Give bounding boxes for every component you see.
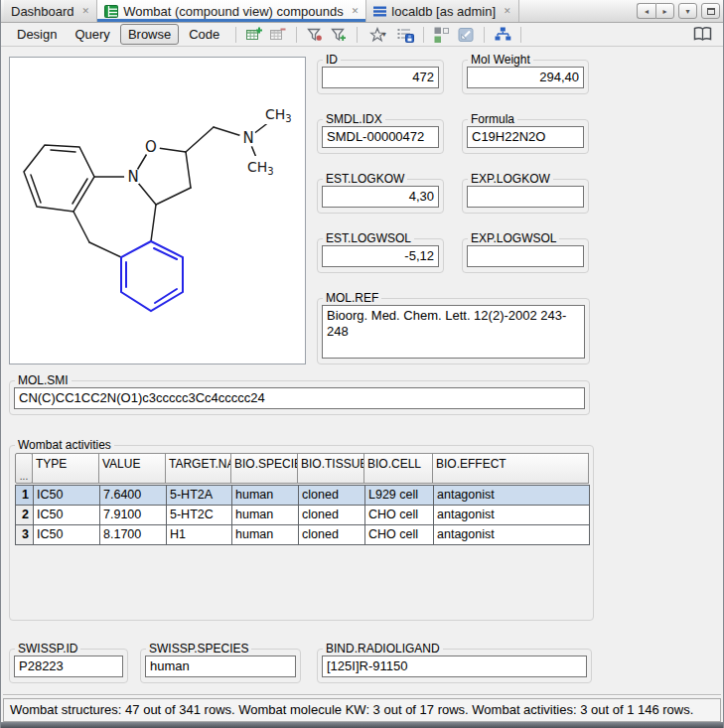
tab-list-dropdown-button[interactable]: ▾ (678, 3, 697, 19)
bind-radioligand-input[interactable]: [125I]R-91150 (322, 655, 587, 677)
scroll-tabs-right-button[interactable]: ▸ (655, 3, 674, 19)
table-cell[interactable]: 5-HT2C (167, 506, 232, 525)
code-view-button[interactable]: Code (181, 24, 227, 45)
row-header[interactable]: 3 (16, 525, 34, 545)
swissp-id-field: SWISSP.ID P28223 (9, 642, 128, 683)
table-cell[interactable]: 8.1700 (100, 525, 167, 545)
activities-table-header: ... TYPE VALUE TARGET.NAME BIO.SPECIES B… (15, 453, 589, 484)
exp-logwsol-field-label: EXP.LOGWSOL (468, 231, 559, 245)
mol-weight-field: Mol Weight 294,40 (462, 53, 589, 94)
activities-table: ... TYPE VALUE TARGET.NAME BIO.SPECIES B… (15, 453, 589, 545)
exp-logkow-field: EXP.LOGKOW (462, 172, 589, 214)
table-cell[interactable]: 7.6400 (100, 486, 167, 506)
activities-table-body: 1 IC50 7.6400 5-HT2A human cloned L929 c… (15, 485, 590, 545)
toolbar-separator (357, 27, 358, 43)
column-chooser-button[interactable]: ... (15, 453, 33, 484)
table-cell[interactable]: H1 (167, 525, 232, 545)
query-view-button[interactable]: Query (67, 24, 117, 45)
table-cell[interactable]: CHO cell (365, 525, 434, 545)
schema-button[interactable] (492, 25, 513, 45)
ring-oxygen-label: O (145, 138, 157, 156)
grid-remove-button[interactable] (267, 25, 289, 45)
table-cell[interactable]: IC50 (34, 525, 100, 545)
column-header[interactable]: VALUE (98, 453, 166, 484)
table-cell[interactable]: human (232, 525, 299, 545)
table-cell[interactable]: human (232, 506, 299, 525)
mol-ref-input[interactable]: Bioorg. Med. Chem. Lett. 12(2)-2002 243-… (322, 305, 585, 359)
table-cell[interactable]: CHO cell (365, 506, 434, 525)
window-bottom-edge (1, 722, 723, 728)
app-window: Dashboard ✕ Wombat (compound view) compo… (0, 0, 724, 728)
column-header[interactable]: BIO.TISSUESOU (297, 453, 364, 484)
tab-dashboard[interactable]: Dashboard ✕ (4, 0, 97, 22)
close-icon[interactable]: ✕ (82, 7, 90, 16)
grid-add-button[interactable] (243, 25, 265, 45)
import-button[interactable] (455, 25, 477, 45)
filter-button[interactable] (304, 25, 326, 45)
filter-dot-icon (306, 26, 324, 44)
table-cell[interactable]: cloned (299, 525, 365, 545)
reference-guide-button[interactable] (691, 25, 713, 45)
table-cell[interactable]: cloned (299, 506, 365, 525)
column-header[interactable]: TYPE (32, 453, 99, 484)
table-cell[interactable]: antagonist (434, 506, 590, 525)
row-header[interactable]: 1 (16, 486, 34, 506)
est-logwsol-input[interactable]: -5,12 (322, 245, 439, 267)
structure-panel[interactable]: N O N CH3 CH3 (9, 57, 306, 364)
table-cell[interactable]: 7.9100 (100, 506, 167, 525)
table-cell[interactable]: cloned (299, 486, 365, 506)
status-divider (3, 694, 721, 696)
components-icon (433, 26, 451, 44)
id-input[interactable]: 472 (322, 67, 439, 88)
swissp-species-field: SWISSP.SPECIES human (140, 642, 301, 683)
close-icon[interactable]: ✕ (504, 7, 511, 16)
toolbar-separator (235, 27, 236, 43)
design-view-button[interactable]: Design (9, 24, 65, 45)
formula-input[interactable]: C19H22N2O (467, 126, 584, 148)
maximize-icon (707, 8, 715, 15)
est-logkow-field-label: EST.LOGKOW (323, 172, 407, 186)
bind-radioligand-field-label: BIND.RADIOLIGAND (323, 642, 443, 655)
swissp-id-input[interactable]: P28223 (14, 655, 123, 677)
browse-view-button[interactable]: Browse (120, 24, 179, 45)
table-cell[interactable]: IC50 (34, 506, 100, 525)
row-header[interactable]: 2 (16, 506, 34, 525)
table-cell[interactable]: antagonist (434, 525, 590, 545)
column-header[interactable]: BIO.EFFECT (432, 453, 589, 484)
table-cell[interactable]: IC50 (34, 486, 100, 506)
highlighted-ring (121, 241, 183, 311)
swissp-id-field-label: SWISSP.ID (15, 642, 80, 655)
mol-smi-input[interactable]: CN(C)CC1CC2N(O1)c3ccccc3Cc4ccccc24 (14, 387, 585, 409)
wombat-activities-label: Wombat activities (15, 438, 114, 452)
formula-field: Formula C19H22N2O (462, 112, 589, 154)
column-header[interactable]: TARGET.NAME (165, 453, 231, 484)
mol-ref-field: MOL.REF Bioorg. Med. Chem. Lett. 12(2)-2… (317, 291, 590, 364)
smdl-idx-input[interactable]: SMDL-00000472 (322, 126, 439, 148)
close-icon[interactable]: ✕ (352, 7, 360, 16)
swissp-species-input[interactable]: human (145, 655, 296, 677)
table-cell[interactable]: human (232, 486, 299, 506)
formula-field-label: Formula (468, 112, 517, 126)
maximize-button[interactable] (701, 3, 720, 19)
list-save-button[interactable] (394, 25, 416, 45)
hierarchy-icon (494, 26, 511, 44)
mol-weight-input[interactable]: 294,40 (467, 67, 584, 88)
column-header[interactable]: BIO.CELL (363, 453, 433, 484)
scroll-tabs-left-button[interactable]: ◂ (637, 3, 655, 19)
exp-logkow-input[interactable] (467, 186, 584, 208)
table-cell[interactable]: L929 cell (365, 486, 434, 506)
table-cell[interactable]: antagonist (434, 486, 590, 506)
tab-wombat-compound-view[interactable]: Wombat (compound view) compounds ✕ (97, 0, 366, 22)
exp-logwsol-field: EXP.LOGWSOL (462, 231, 589, 273)
table-cell[interactable]: 5-HT2A (167, 486, 232, 506)
est-logkow-input[interactable]: 4,30 (322, 186, 439, 208)
components-button[interactable] (431, 25, 453, 45)
tab-localdb[interactable]: localdb [as admin] ✕ (366, 0, 518, 22)
exp-logwsol-input[interactable] (467, 245, 584, 267)
favorites-dropdown-button[interactable]: ▾ (364, 25, 392, 45)
column-header[interactable]: BIO.SPECIES (230, 453, 298, 484)
est-logwsol-field: EST.LOGWSOL -5,12 (317, 231, 444, 273)
toolbar: Design Query Browse Code (1, 23, 723, 47)
toolbar-separator (484, 27, 485, 43)
filter-add-button[interactable] (328, 25, 350, 45)
